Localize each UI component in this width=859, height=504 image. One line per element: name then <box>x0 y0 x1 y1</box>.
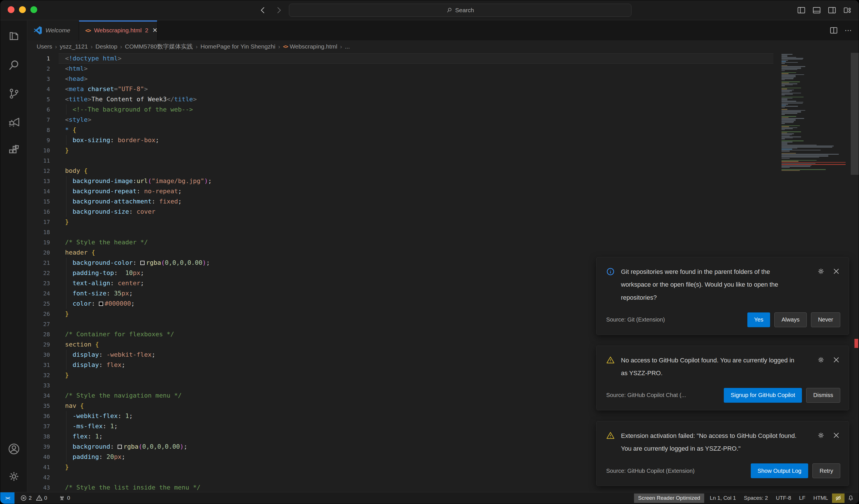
tab-close-icon[interactable]: ✕ <box>152 27 157 34</box>
code-text: background: rgba(0,0,0,0.00); <box>65 442 187 452</box>
minimap[interactable] <box>781 54 850 171</box>
split-editor-icon[interactable] <box>829 26 838 35</box>
minimap-line <box>781 94 793 95</box>
line-number: 14 <box>27 186 50 196</box>
window-close-button[interactable] <box>7 6 14 13</box>
configure-gear-icon[interactable] <box>817 267 825 277</box>
color-swatch[interactable] <box>99 302 103 306</box>
always-button[interactable]: Always <box>774 313 807 327</box>
toggle-secondary-sidebar-icon[interactable] <box>826 4 838 16</box>
line-number: 1 <box>27 53 50 64</box>
breadcrumb-item[interactable]: Users <box>37 43 52 50</box>
navigate-back-button[interactable] <box>257 4 269 16</box>
breadcrumb-item[interactable]: HomePage for Yin Shengzhi <box>200 43 275 50</box>
close-icon[interactable] <box>832 356 840 365</box>
code-text: } <box>65 217 69 227</box>
tab-welcome[interactable]: Welcome <box>27 20 79 40</box>
warning-icon <box>606 356 615 364</box>
configure-gear-icon[interactable] <box>817 356 825 365</box>
minimap-line <box>781 128 793 129</box>
minimap-line <box>781 157 819 158</box>
breadcrumb-label: Webscraping.html <box>290 43 337 50</box>
remote-indicator[interactable]: >< <box>0 492 14 504</box>
overview-ruler-error-mark <box>855 339 858 348</box>
close-icon[interactable] <box>832 431 840 440</box>
minimap-line <box>781 165 812 166</box>
minimap-line <box>781 81 800 82</box>
minimap-line <box>781 150 821 151</box>
navigate-forward-button[interactable] <box>273 4 284 16</box>
line-number: 5 <box>27 94 50 105</box>
copilot-disabled-icon[interactable] <box>832 493 845 503</box>
yes-button[interactable]: Yes <box>747 313 770 327</box>
line-number: 6 <box>27 105 50 115</box>
command-center-search[interactable]: Search <box>289 4 631 17</box>
configure-gear-icon[interactable] <box>817 431 825 440</box>
retry-button[interactable]: Retry <box>812 463 840 478</box>
problems-status[interactable]: 2 0 <box>18 494 49 501</box>
breadcrumb-item[interactable]: COMM5780数字媒体实践 <box>125 43 193 50</box>
error-count: 2 <box>29 495 32 501</box>
more-actions-icon[interactable]: ⋯ <box>845 26 853 35</box>
never-button[interactable]: Never <box>811 313 840 327</box>
breadcrumb-separator: › <box>55 44 57 50</box>
search-sidebar-icon[interactable] <box>0 52 27 79</box>
line-number: 43 <box>27 483 50 492</box>
status-item-ln-1-col-1[interactable]: Ln 1, Col 1 <box>706 493 740 503</box>
code-text: /* Style the header */ <box>65 237 148 248</box>
customize-layout-icon[interactable] <box>842 4 853 16</box>
status-item-html[interactable]: HTML <box>809 493 832 503</box>
color-swatch[interactable] <box>140 261 145 265</box>
breadcrumb-item[interactable]: <>Webscraping.html <box>283 43 337 50</box>
extensions-icon[interactable] <box>0 137 27 164</box>
status-item-spaces-2[interactable]: Spaces: 2 <box>740 493 772 503</box>
minimap-line <box>781 101 796 101</box>
notification-toast: Git repositories were found in the paren… <box>596 257 849 334</box>
close-icon[interactable] <box>832 267 840 277</box>
explorer-icon[interactable] <box>0 23 27 50</box>
tab-label: Welcome <box>45 27 70 34</box>
minimap-line <box>781 110 805 111</box>
accounts-icon[interactable] <box>0 435 27 462</box>
line-number: 31 <box>27 360 50 370</box>
line-number: 10 <box>27 145 50 156</box>
toggle-panel-icon[interactable] <box>811 4 822 16</box>
code-text: <!doctype html> <box>65 53 122 64</box>
minimap-line <box>781 156 828 157</box>
minimap-line <box>781 142 793 142</box>
settings-gear-icon[interactable] <box>0 463 27 490</box>
code-text: /* Style the list inside the menu */ <box>65 483 200 492</box>
code-text: body { <box>65 166 88 176</box>
window-minimize-button[interactable] <box>19 6 26 13</box>
tab-webscraping-html[interactable]: <> Webscraping.html 2 ✕ <box>79 20 157 40</box>
editor-actions: ⋯ <box>829 20 853 40</box>
color-swatch[interactable] <box>118 445 122 449</box>
code-line: 6 <!--The background of the web--> <box>27 105 859 115</box>
line-number: 3 <box>27 74 50 84</box>
notifications-bell-icon[interactable] <box>845 493 857 503</box>
status-item-lf[interactable]: LF <box>795 493 809 503</box>
breadcrumb-item[interactable]: ... <box>345 43 350 50</box>
run-debug-icon[interactable] <box>0 108 27 136</box>
show-output-log-button[interactable]: Show Output Log <box>751 463 809 478</box>
code-text: <title>The Content of Week3</title> <box>65 94 197 105</box>
window-zoom-button[interactable] <box>30 6 37 13</box>
breadcrumb-item[interactable]: Desktop <box>95 43 117 50</box>
minimap-line <box>781 59 803 60</box>
status-item-screen-reader-optimized[interactable]: Screen Reader Optimized <box>634 493 704 503</box>
code-line: 11 <box>27 156 859 166</box>
minimap-line <box>781 56 787 57</box>
line-number: 38 <box>27 431 50 442</box>
signup-for-github-copilot-button[interactable]: Signup for GitHub Copilot <box>724 388 802 403</box>
title-bar: Search <box>0 0 859 20</box>
status-item-utf-8[interactable]: UTF-8 <box>772 493 795 503</box>
ports-status[interactable]: 0 <box>56 494 72 501</box>
dismiss-button[interactable]: Dismiss <box>806 388 840 403</box>
minimap-line <box>781 76 796 77</box>
toggle-primary-sidebar-icon[interactable] <box>796 4 807 16</box>
scrollbar-slider[interactable] <box>851 53 859 175</box>
breadcrumb-item[interactable]: yszz_1121 <box>60 43 88 50</box>
minimap-line <box>781 92 790 93</box>
source-control-icon[interactable] <box>0 80 27 107</box>
minimap-line <box>781 163 815 164</box>
